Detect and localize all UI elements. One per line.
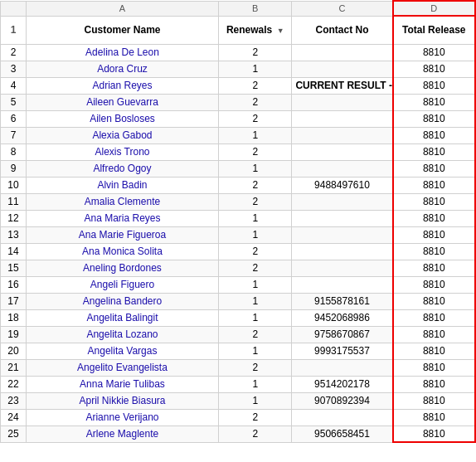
row-num-14: 14 [1, 243, 27, 260]
contact-cell: 9514202178 [292, 376, 393, 392]
renewals-cell: 2 [219, 94, 292, 110]
renewals-cell: 2 [219, 44, 292, 61]
renewals-cell: 1 [219, 343, 292, 359]
contact-cell [292, 193, 393, 210]
customer-name-cell: Angeli Figuero [26, 276, 218, 293]
contact-cell [292, 61, 393, 77]
renewals-cell: 2 [219, 143, 292, 160]
filter-icon[interactable]: ▼ [277, 27, 284, 35]
customer-name-cell: Angelita Vargas [26, 343, 218, 359]
customer-name: Adrian Reyes [92, 80, 152, 91]
row-num-15: 15 [1, 260, 27, 276]
customer-name-cell: Ailen Bosloses [26, 110, 218, 127]
total-release-cell: 8810 [393, 110, 476, 127]
renewals-cell: 1 [219, 127, 292, 143]
row-num-19: 19 [1, 326, 27, 343]
renewals-cell: 1 [219, 160, 292, 177]
renewals-cell: 1 [219, 210, 292, 226]
total-release-cell: 8810 [393, 127, 476, 143]
contact-cell [292, 409, 393, 426]
col-letter-c: C [292, 1, 393, 16]
contact-cell: 9758670867 [292, 326, 393, 343]
table-row: 2Adelina De Leon28810 [1, 44, 476, 61]
col-letter-d: D [393, 1, 476, 16]
row-num-9: 9 [1, 160, 27, 177]
row-num-4: 4 [1, 77, 27, 94]
row-num-18: 18 [1, 309, 27, 326]
customer-name-cell: Arianne Verijano [26, 409, 218, 426]
customer-name-cell: Aneling Bordones [26, 260, 218, 276]
table-row: 11Amalia Clemente28810 [1, 193, 476, 210]
contact-cell [292, 94, 393, 110]
contact-cell: 9070892394 [292, 392, 393, 409]
row-num-20: 20 [1, 343, 27, 359]
table-row: 3Adora Cruz18810 [1, 61, 476, 77]
renewals-cell: 1 [219, 226, 292, 243]
total-release-cell: 8810 [393, 160, 476, 177]
table-body: 2Adelina De Leon288103Adora Cruz188104Ad… [1, 44, 476, 442]
row-num-16: 16 [1, 276, 27, 293]
customer-name-cell: Arlene Maglente [26, 426, 218, 442]
total-release-cell: 8810 [393, 426, 476, 442]
table-row: 10Alvin Badin294884976108810 [1, 177, 476, 193]
header-renewals: Renewals ▼ [219, 16, 292, 44]
contact-cell: CURRENT RESULT -> [292, 77, 393, 94]
table-row: 19Angelita Lozano297586708678810 [1, 326, 476, 343]
data-header-row: 1 Customer Name Renewals ▼ Contact No To… [1, 16, 476, 44]
renewals-cell: 1 [219, 293, 292, 309]
table-row: 14Ana Monica Solita28810 [1, 243, 476, 260]
table-row: 24Arianne Verijano28810 [1, 409, 476, 426]
customer-name-cell: Amalia Clemente [26, 193, 218, 210]
table-row: 20Angelita Vargas199931755378810 [1, 343, 476, 359]
table-row: 18Angelita Balingit194520689868810 [1, 309, 476, 326]
contact-cell [292, 226, 393, 243]
table-row: 12Ana Maria Reyes18810 [1, 210, 476, 226]
contact-cell [292, 110, 393, 127]
renewals-cell: 2 [219, 243, 292, 260]
contact-cell [292, 44, 393, 61]
customer-name-cell: Alexis Trono [26, 143, 218, 160]
table-row: 6Ailen Bosloses28810 [1, 110, 476, 127]
customer-name-cell: Angelito Evangelista [26, 359, 218, 376]
table-row: 22Anna Marie Tulibas195142021788810 [1, 376, 476, 392]
total-release-cell: 8810 [393, 210, 476, 226]
row-num-21: 21 [1, 359, 27, 376]
header-contact-no: Contact No [292, 16, 393, 44]
table-row: 13Ana Marie Figueroa18810 [1, 226, 476, 243]
total-release-cell: 8810 [393, 77, 476, 94]
row-num-13: 13 [1, 226, 27, 243]
contact-cell: 9993175537 [292, 343, 393, 359]
header-customer-name: Customer Name [26, 16, 218, 44]
contact-cell [292, 127, 393, 143]
contact-cell [292, 160, 393, 177]
total-release-cell: 8810 [393, 260, 476, 276]
row-num-17: 17 [1, 293, 27, 309]
col-letter-b: B [219, 1, 292, 16]
column-letters-row: A B C D [1, 1, 476, 16]
total-release-cell: 8810 [393, 359, 476, 376]
total-release-cell: 8810 [393, 193, 476, 210]
total-release-cell: 8810 [393, 94, 476, 110]
total-release-cell: 8810 [393, 376, 476, 392]
spreadsheet: A B C D 1 Customer Name Renewals ▼ Conta… [0, 0, 476, 443]
renewals-cell: 2 [219, 359, 292, 376]
customer-name-cell: Alvin Badin [26, 177, 218, 193]
renewals-cell: 2 [219, 193, 292, 210]
renewals-cell: 1 [219, 61, 292, 77]
contact-cell [292, 260, 393, 276]
row-num-7: 7 [1, 127, 27, 143]
total-release-cell: 8810 [393, 276, 476, 293]
row-num-10: 10 [1, 177, 27, 193]
contact-cell [292, 210, 393, 226]
total-release-cell: 8810 [393, 44, 476, 61]
customer-name-cell: Adora Cruz [26, 61, 218, 77]
renewals-cell: 1 [219, 376, 292, 392]
customer-name-cell: Ana Marie Figueroa [26, 226, 218, 243]
row-num-22: 22 [1, 376, 27, 392]
contact-cell: 9488497610 [292, 177, 393, 193]
table-row: 16Angeli Figuero18810 [1, 276, 476, 293]
total-release-cell: 8810 [393, 309, 476, 326]
total-release-cell: 8810 [393, 293, 476, 309]
total-release-cell: 8810 [393, 326, 476, 343]
table-row: 25Arlene Maglente295066584518810 [1, 426, 476, 442]
